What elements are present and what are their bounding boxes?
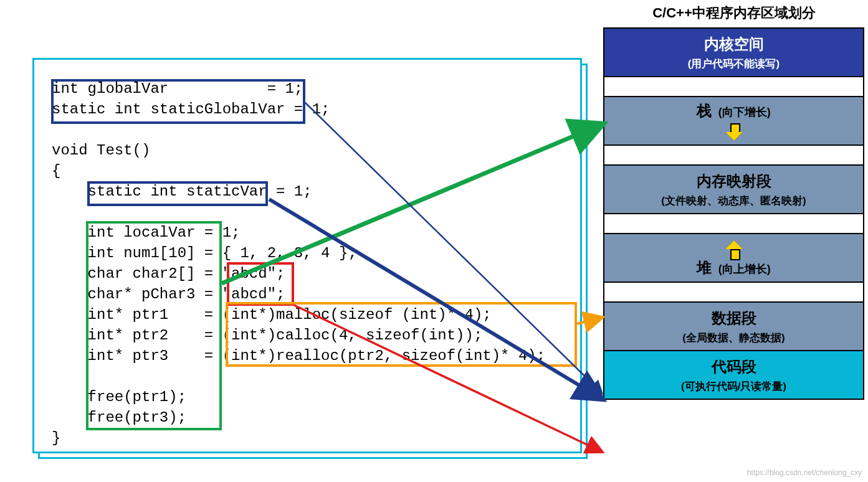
seg-text: 代码段 (可执行代码/只读常量) [604,351,863,399]
arrow-down-icon [725,123,743,141]
gap [604,214,863,234]
code-block: int globalVar = 1; static int staticGlob… [34,60,580,456]
seg-text-title: 代码段 [712,357,756,377]
seg-heap-title: 堆 [697,259,712,276]
watermark: https://blog.csdn.net/chenlong_cxy [747,468,862,477]
seg-data-sub: (全局数据、静态数据) [682,331,785,345]
seg-heap-sub: (向上增长) [718,263,771,275]
seg-kernel-title: 内核空间 [704,34,764,54]
code-panel: int globalVar = 1; static int staticGlob… [32,58,582,453]
seg-mmap-sub: (文件映射、动态库、匿名映射) [661,194,806,208]
seg-stack: 栈 (向下增长) [604,97,863,146]
seg-kernel-sub: (用户代码不能读写) [688,57,780,71]
gap [604,283,863,303]
seg-stack-title: 栈 [697,102,712,119]
gap [604,77,863,97]
seg-mmap-title: 内存映射段 [697,171,771,191]
seg-data-title: 数据段 [712,308,756,328]
seg-data: 数据段 (全局数据、静态数据) [604,303,863,351]
seg-stack-sub: (向下增长) [718,106,771,118]
seg-heap: 堆 (向上增长) [604,234,863,283]
seg-text-sub: (可执行代码/只读常量) [681,379,786,394]
arrow-up-icon [725,240,743,258]
gap [604,146,863,166]
seg-mmap: 内存映射段 (文件映射、动态库、匿名映射) [604,166,863,214]
memory-layout: 内核空间 (用户代码不能读写) 栈 (向下增长) 内存映射段 (文件映射、动态库… [603,27,864,400]
memory-title: C/C++中程序内存区域划分 [603,4,865,22]
seg-kernel: 内核空间 (用户代码不能读写) [604,29,863,77]
